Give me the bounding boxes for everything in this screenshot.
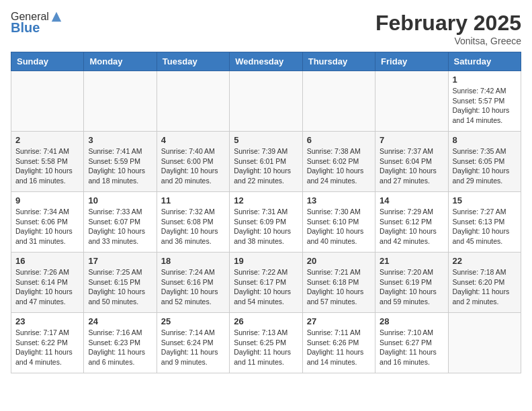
calendar-cell: 12Sunrise: 7:31 AM Sunset: 6:09 PM Dayli…: [230, 192, 302, 253]
calendar-cell: 10Sunrise: 7:33 AM Sunset: 6:07 PM Dayli…: [84, 192, 157, 253]
day-info: Sunrise: 7:30 AM Sunset: 6:10 PM Dayligh…: [307, 207, 371, 246]
calendar-header-row: SundayMondayTuesdayWednesdayThursdayFrid…: [11, 52, 521, 71]
day-info: Sunrise: 7:35 AM Sunset: 6:05 PM Dayligh…: [453, 146, 517, 186]
calendar-week-3: 9Sunrise: 7:34 AM Sunset: 6:06 PM Daylig…: [11, 192, 521, 253]
calendar-cell: 15Sunrise: 7:27 AM Sunset: 6:13 PM Dayli…: [448, 192, 521, 253]
day-number: 10: [88, 195, 152, 205]
calendar-cell: 1Sunrise: 7:42 AM Sunset: 5:57 PM Daylig…: [448, 71, 521, 132]
day-number: 16: [15, 256, 79, 266]
calendar-cell: 6Sunrise: 7:38 AM Sunset: 6:02 PM Daylig…: [302, 132, 375, 192]
day-info: Sunrise: 7:42 AM Sunset: 5:57 PM Dayligh…: [453, 86, 517, 126]
day-info: Sunrise: 7:21 AM Sunset: 6:18 PM Dayligh…: [307, 267, 371, 307]
day-number: 24: [88, 316, 152, 326]
month-title: February 2025: [375, 11, 521, 36]
day-number: 21: [380, 256, 443, 266]
day-number: 9: [15, 195, 79, 205]
day-info: Sunrise: 7:34 AM Sunset: 6:06 PM Dayligh…: [15, 207, 79, 246]
calendar-cell: [11, 71, 84, 132]
calendar-week-1: 1Sunrise: 7:42 AM Sunset: 5:57 PM Daylig…: [11, 71, 521, 132]
day-info: Sunrise: 7:37 AM Sunset: 6:04 PM Dayligh…: [380, 146, 443, 186]
day-info: Sunrise: 7:31 AM Sunset: 6:09 PM Dayligh…: [234, 207, 298, 246]
day-number: 3: [88, 135, 152, 145]
day-number: 25: [161, 316, 225, 326]
calendar-cell: 3Sunrise: 7:41 AM Sunset: 5:59 PM Daylig…: [84, 132, 157, 192]
calendar-cell: 20Sunrise: 7:21 AM Sunset: 6:18 PM Dayli…: [302, 253, 375, 313]
day-number: 2: [15, 135, 79, 145]
location-subtitle: Vonitsa, Greece: [375, 36, 521, 46]
title-block: February 2025 Vonitsa, Greece: [375, 11, 521, 46]
day-number: 18: [161, 256, 225, 266]
column-header-saturday: Saturday: [448, 52, 521, 71]
calendar-cell: [375, 71, 448, 132]
calendar-cell: 21Sunrise: 7:20 AM Sunset: 6:19 PM Dayli…: [375, 253, 448, 313]
calendar-cell: 23Sunrise: 7:17 AM Sunset: 6:22 PM Dayli…: [11, 313, 84, 373]
day-number: 27: [307, 316, 371, 326]
day-number: 5: [234, 135, 298, 145]
calendar-cell: 7Sunrise: 7:37 AM Sunset: 6:04 PM Daylig…: [375, 132, 448, 192]
day-info: Sunrise: 7:24 AM Sunset: 6:16 PM Dayligh…: [161, 267, 225, 307]
day-number: 12: [234, 195, 298, 205]
day-info: Sunrise: 7:41 AM Sunset: 5:59 PM Dayligh…: [88, 146, 152, 186]
column-header-wednesday: Wednesday: [230, 52, 302, 71]
day-number: 11: [161, 195, 225, 205]
calendar-table: SundayMondayTuesdayWednesdayThursdayFrid…: [11, 52, 521, 373]
day-info: Sunrise: 7:20 AM Sunset: 6:19 PM Dayligh…: [380, 267, 443, 307]
day-info: Sunrise: 7:32 AM Sunset: 6:08 PM Dayligh…: [161, 207, 225, 246]
calendar-cell: 13Sunrise: 7:30 AM Sunset: 6:10 PM Dayli…: [302, 192, 375, 253]
page-header: General Blue February 2025 Vonitsa, Gree…: [11, 11, 521, 46]
calendar-cell: 18Sunrise: 7:24 AM Sunset: 6:16 PM Dayli…: [157, 253, 229, 313]
calendar-cell: [157, 71, 229, 132]
column-header-tuesday: Tuesday: [157, 52, 229, 71]
calendar-cell: 5Sunrise: 7:39 AM Sunset: 6:01 PM Daylig…: [230, 132, 302, 192]
calendar-cell: 4Sunrise: 7:40 AM Sunset: 6:00 PM Daylig…: [157, 132, 229, 192]
calendar-cell: 16Sunrise: 7:26 AM Sunset: 6:14 PM Dayli…: [11, 253, 84, 313]
day-info: Sunrise: 7:16 AM Sunset: 6:23 PM Dayligh…: [88, 328, 152, 367]
day-info: Sunrise: 7:22 AM Sunset: 6:17 PM Dayligh…: [234, 267, 298, 307]
day-number: 4: [161, 135, 225, 145]
day-number: 7: [380, 135, 443, 145]
calendar-cell: 9Sunrise: 7:34 AM Sunset: 6:06 PM Daylig…: [11, 192, 84, 253]
day-number: 15: [453, 195, 517, 205]
calendar-cell: 28Sunrise: 7:10 AM Sunset: 6:27 PM Dayli…: [375, 313, 448, 373]
logo-icon: [50, 11, 62, 23]
calendar-cell: [230, 71, 302, 132]
day-info: Sunrise: 7:40 AM Sunset: 6:00 PM Dayligh…: [161, 146, 225, 186]
day-number: 13: [307, 195, 371, 205]
day-info: Sunrise: 7:33 AM Sunset: 6:07 PM Dayligh…: [88, 207, 152, 246]
calendar-week-4: 16Sunrise: 7:26 AM Sunset: 6:14 PM Dayli…: [11, 253, 521, 313]
day-number: 19: [234, 256, 298, 266]
day-info: Sunrise: 7:18 AM Sunset: 6:20 PM Dayligh…: [453, 267, 517, 307]
day-number: 23: [15, 316, 79, 326]
column-header-friday: Friday: [375, 52, 448, 71]
calendar-cell: 25Sunrise: 7:14 AM Sunset: 6:24 PM Dayli…: [157, 313, 229, 373]
day-info: Sunrise: 7:26 AM Sunset: 6:14 PM Dayligh…: [15, 267, 79, 307]
calendar-cell: 22Sunrise: 7:18 AM Sunset: 6:20 PM Dayli…: [448, 253, 521, 313]
day-info: Sunrise: 7:13 AM Sunset: 6:25 PM Dayligh…: [234, 328, 298, 367]
day-number: 6: [307, 135, 371, 145]
day-info: Sunrise: 7:41 AM Sunset: 5:58 PM Dayligh…: [15, 146, 79, 186]
calendar-cell: 27Sunrise: 7:11 AM Sunset: 6:26 PM Dayli…: [302, 313, 375, 373]
day-info: Sunrise: 7:14 AM Sunset: 6:24 PM Dayligh…: [161, 328, 225, 367]
day-number: 22: [453, 256, 517, 266]
day-info: Sunrise: 7:17 AM Sunset: 6:22 PM Dayligh…: [15, 328, 79, 367]
svg-marker-0: [52, 12, 61, 21]
day-info: Sunrise: 7:11 AM Sunset: 6:26 PM Dayligh…: [307, 328, 371, 367]
calendar-cell: 17Sunrise: 7:25 AM Sunset: 6:15 PM Dayli…: [84, 253, 157, 313]
calendar-cell: [84, 71, 157, 132]
calendar-cell: 14Sunrise: 7:29 AM Sunset: 6:12 PM Dayli…: [375, 192, 448, 253]
day-number: 20: [307, 256, 371, 266]
day-info: Sunrise: 7:39 AM Sunset: 6:01 PM Dayligh…: [234, 146, 298, 186]
day-number: 17: [88, 256, 152, 266]
calendar-week-2: 2Sunrise: 7:41 AM Sunset: 5:58 PM Daylig…: [11, 132, 521, 192]
day-info: Sunrise: 7:29 AM Sunset: 6:12 PM Dayligh…: [380, 207, 443, 246]
day-info: Sunrise: 7:38 AM Sunset: 6:02 PM Dayligh…: [307, 146, 371, 186]
day-number: 28: [380, 316, 443, 326]
column-header-sunday: Sunday: [11, 52, 84, 71]
calendar-week-5: 23Sunrise: 7:17 AM Sunset: 6:22 PM Dayli…: [11, 313, 521, 373]
calendar-cell: 24Sunrise: 7:16 AM Sunset: 6:23 PM Dayli…: [84, 313, 157, 373]
calendar-cell: [302, 71, 375, 132]
calendar-cell: 8Sunrise: 7:35 AM Sunset: 6:05 PM Daylig…: [448, 132, 521, 192]
calendar-cell: 19Sunrise: 7:22 AM Sunset: 6:17 PM Dayli…: [230, 253, 302, 313]
calendar-cell: 2Sunrise: 7:41 AM Sunset: 5:58 PM Daylig…: [11, 132, 84, 192]
column-header-thursday: Thursday: [302, 52, 375, 71]
